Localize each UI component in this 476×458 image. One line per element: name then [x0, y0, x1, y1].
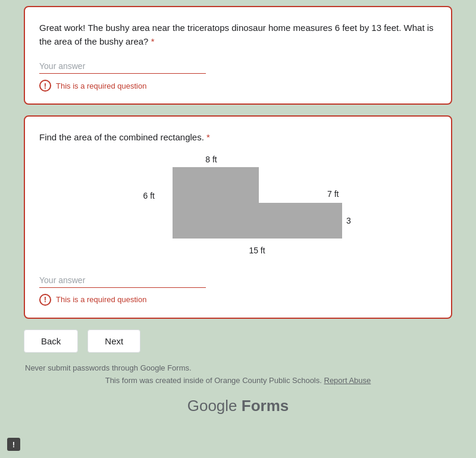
question-card-2: Find the area of the combined rectangles… [24, 115, 452, 319]
buttons-row: Back Next [24, 330, 452, 353]
label-8ft: 8 ft [205, 155, 217, 164]
question1-required-star: * [148, 36, 154, 46]
password-warning: Never submit passwords through Google Fo… [24, 363, 452, 372]
back-button[interactable]: Back [24, 330, 78, 353]
question2-error-icon [39, 294, 51, 306]
question2-answer-input[interactable] [39, 273, 206, 288]
google-word: Google [187, 397, 242, 415]
question1-error-row: This is a required question [39, 80, 437, 92]
question2-required-star: * [204, 132, 210, 142]
question2-label: Find the area of the combined rectangles… [39, 132, 204, 142]
question-card-1: Great work! The bushy area near the tric… [24, 6, 452, 105]
question1-answer-input[interactable] [39, 59, 206, 74]
question1-text: Great work! The bushy area near the tric… [39, 21, 437, 48]
label-3ft: 3 ft [346, 216, 351, 225]
question2-text: Find the area of the combined rectangles… [39, 131, 437, 145]
report-abuse-link[interactable]: Report Abuse [324, 376, 371, 385]
lower-rect [173, 203, 342, 239]
info-icon[interactable]: ! [7, 438, 20, 451]
next-button[interactable]: Next [87, 330, 140, 353]
combined-rectangles-diagram: 8 ft 6 ft 7 ft 3 ft 15 ft [125, 155, 351, 262]
label-6ft: 6 ft [143, 191, 155, 200]
question1-label: Great work! The bushy area near the tric… [39, 23, 434, 46]
diagram-svg: 8 ft 6 ft 7 ft 3 ft 15 ft [125, 155, 351, 262]
question1-error-icon [39, 80, 51, 92]
created-by-text: This form was created inside of Orange C… [24, 376, 452, 385]
created-by-label: This form was created inside of Orange C… [105, 376, 322, 385]
forms-word: Forms [242, 397, 289, 415]
google-forms-branding: Google Forms [24, 397, 452, 415]
question2-error-row: This is a required question [39, 294, 437, 306]
label-7ft: 7 ft [327, 189, 339, 199]
question1-error-text: This is a required question [56, 81, 146, 90]
question2-error-text: This is a required question [56, 295, 146, 304]
label-15ft: 15 ft [249, 246, 265, 255]
